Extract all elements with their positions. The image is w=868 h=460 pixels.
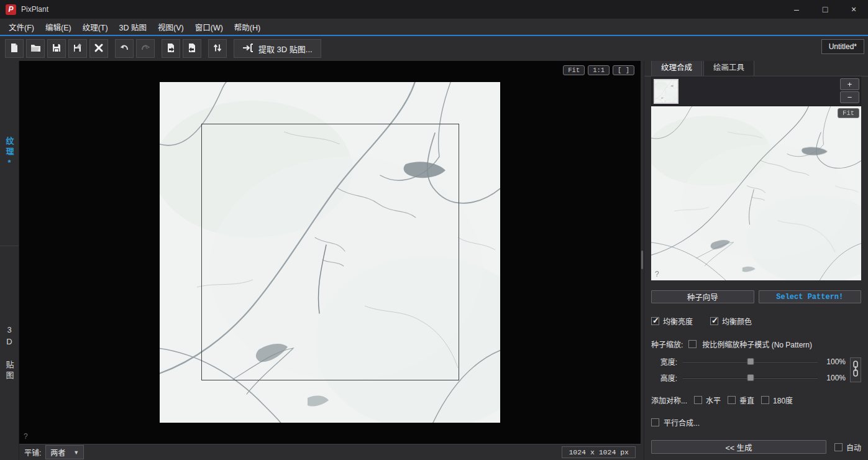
copy-image-button[interactable] bbox=[162, 39, 180, 58]
close-button[interactable]: × bbox=[839, 0, 868, 19]
close-document-button[interactable] bbox=[89, 39, 108, 58]
toolbar: 提取 3D 贴图... Untitled* bbox=[0, 36, 868, 61]
seed-scale-row: 种子缩放: 按比例缩放种子模式 (No Pattern) bbox=[651, 339, 861, 349]
save-as-button[interactable] bbox=[68, 39, 87, 58]
width-slider[interactable] bbox=[683, 357, 818, 366]
paste-page-arrow-icon bbox=[187, 43, 197, 55]
extract-arrow-icon bbox=[242, 44, 254, 54]
canvas-help-icon[interactable]: ? bbox=[24, 432, 28, 441]
generate-button[interactable]: << 生成 bbox=[651, 440, 826, 454]
up-down-arrows-icon bbox=[212, 43, 222, 55]
menu-window[interactable]: 窗口(W) bbox=[190, 19, 229, 35]
symmetry-vertical-label: 垂直 bbox=[739, 395, 754, 405]
tile-mode-dropdown[interactable]: 两者 ▼ bbox=[45, 445, 84, 459]
seed-scale-label: 种子缩放: bbox=[651, 339, 683, 349]
paste-image-button[interactable] bbox=[183, 39, 201, 58]
menu-edit[interactable]: 编辑(E) bbox=[40, 19, 77, 35]
canvas-column: Fit 1:1 [ ] ? 平铺: 两者 ▼ 1024 x 1024 px bbox=[19, 61, 641, 460]
left-tab-texture-label: 纹理* bbox=[4, 137, 16, 170]
equalize-brightness-label: 均衡亮度 bbox=[663, 316, 693, 326]
checkbox-icon[interactable] bbox=[761, 396, 769, 404]
menu-view[interactable]: 视图(V) bbox=[152, 19, 190, 35]
symmetry-label: 添加对称... bbox=[651, 395, 687, 405]
checkbox-icon[interactable] bbox=[694, 396, 702, 404]
seed-wizard-button[interactable]: 种子向导 bbox=[651, 290, 754, 303]
undo-button[interactable] bbox=[115, 39, 134, 58]
app-window: P PixPlant – □ × 文件(F) 编辑(E) 纹理(T) 3D 贴图… bbox=[0, 0, 868, 460]
parallel-synthesis-checkbox[interactable] bbox=[651, 418, 659, 426]
seed-scale-mode-checkbox[interactable] bbox=[688, 340, 697, 348]
auto-checkbox[interactable]: 自动 bbox=[834, 442, 861, 453]
maximize-button[interactable]: □ bbox=[811, 0, 839, 19]
tile-mode-value: 两者 bbox=[50, 447, 65, 458]
seed-thumbnail-image bbox=[655, 80, 677, 103]
menu-texture[interactable]: 纹理(T) bbox=[77, 19, 114, 35]
left-tab-texture[interactable]: 纹理* bbox=[0, 61, 19, 246]
equalize-color-checkbox[interactable]: 均衡颜色 bbox=[710, 316, 752, 326]
preview-help-icon[interactable]: ? bbox=[655, 270, 659, 278]
checkbox-icon[interactable] bbox=[834, 443, 843, 451]
close-x-icon bbox=[94, 43, 104, 55]
minimize-button[interactable]: – bbox=[782, 0, 811, 19]
width-slider-row: 宽度: 100% bbox=[651, 356, 846, 367]
checkbox-icon[interactable] bbox=[728, 396, 736, 404]
zoom-controls: Fit 1:1 [ ] bbox=[563, 65, 634, 75]
seed-preview[interactable]: Fit ? bbox=[651, 106, 861, 280]
height-slider[interactable] bbox=[683, 374, 818, 382]
symmetry-horizontal-label: 水平 bbox=[706, 395, 721, 405]
one-to-one-zoom-button[interactable]: 1:1 bbox=[588, 65, 610, 75]
menu-3d-maps[interactable]: 3D 贴图 bbox=[114, 19, 152, 35]
checkbox-checked-icon[interactable] bbox=[651, 317, 659, 325]
remove-seed-button[interactable]: − bbox=[840, 91, 859, 103]
symmetry-horizontal-checkbox[interactable]: 水平 bbox=[694, 395, 721, 405]
extract-3d-maps-button[interactable]: 提取 3D 贴图... bbox=[234, 39, 321, 58]
symmetry-row: 添加对称... 水平 垂直 180度 bbox=[651, 395, 861, 405]
add-seed-button[interactable]: + bbox=[840, 78, 859, 90]
checkbox-checked-icon[interactable] bbox=[710, 317, 718, 325]
symmetry-vertical-checkbox[interactable]: 垂直 bbox=[728, 395, 754, 405]
save-button[interactable] bbox=[47, 39, 66, 58]
seed-thumbnail[interactable] bbox=[654, 79, 678, 104]
generate-row: << 生成 自动 bbox=[651, 440, 861, 454]
save-as-icon bbox=[73, 43, 83, 55]
parallel-synthesis-row: 平行合成... bbox=[651, 417, 861, 428]
panel-tabbar: 纹理合成 绘画工具 bbox=[644, 61, 868, 76]
menu-help[interactable]: 帮助(H) bbox=[229, 19, 266, 35]
height-slider-thumb[interactable] bbox=[747, 374, 754, 381]
canvas-viewport[interactable]: Fit 1:1 [ ] ? bbox=[19, 61, 641, 444]
tile-label: 平铺: bbox=[24, 447, 41, 458]
left-tab-3d-maps[interactable]: 3D 贴图 bbox=[0, 246, 19, 460]
select-pattern-button[interactable]: Select Pattern! bbox=[759, 290, 862, 303]
panel-splitter[interactable] bbox=[641, 61, 644, 460]
scale-sliders-block: 宽度: 100% 高度: 100% bbox=[651, 356, 861, 383]
symmetry-180-checkbox[interactable]: 180度 bbox=[761, 395, 793, 405]
symmetry-180-label: 180度 bbox=[773, 395, 793, 405]
app-title: PixPlant bbox=[21, 5, 48, 14]
link-dimensions-button[interactable] bbox=[850, 357, 861, 382]
menu-file[interactable]: 文件(F) bbox=[3, 19, 40, 35]
redo-button[interactable] bbox=[136, 39, 155, 58]
menubar: 文件(F) 编辑(E) 纹理(T) 3D 贴图 视图(V) 窗口(W) 帮助(H… bbox=[0, 19, 868, 35]
splitter-handle[interactable] bbox=[641, 251, 643, 269]
open-file-button[interactable] bbox=[26, 39, 45, 58]
fullscreen-zoom-button[interactable]: [ ] bbox=[613, 65, 634, 75]
titlebar: P PixPlant – □ × bbox=[0, 0, 868, 19]
swap-updown-button[interactable] bbox=[208, 39, 227, 58]
document-tab[interactable]: Untitled* bbox=[821, 39, 864, 54]
preview-fit-button[interactable]: Fit bbox=[838, 108, 859, 118]
fit-zoom-button[interactable]: Fit bbox=[563, 65, 585, 75]
new-file-button[interactable] bbox=[5, 39, 24, 58]
equalize-brightness-checkbox[interactable]: 均衡亮度 bbox=[651, 316, 693, 326]
right-panel: 纹理合成 绘画工具 bbox=[644, 61, 868, 460]
width-slider-thumb[interactable] bbox=[747, 358, 754, 365]
left-tab-strip: 纹理* 3D 贴图 bbox=[0, 61, 19, 460]
copy-page-arrow-icon bbox=[166, 43, 176, 55]
save-icon bbox=[52, 43, 62, 55]
texture-stage[interactable] bbox=[160, 82, 500, 423]
equalize-checkboxes-row: 均衡亮度 均衡颜色 bbox=[651, 316, 861, 326]
open-folder-icon bbox=[30, 43, 41, 55]
marble-texture-image bbox=[655, 80, 677, 103]
seed-selection-rectangle[interactable] bbox=[201, 124, 459, 380]
seed-thumbnail-strip: + − bbox=[651, 76, 861, 106]
marble-texture-image bbox=[651, 106, 861, 280]
